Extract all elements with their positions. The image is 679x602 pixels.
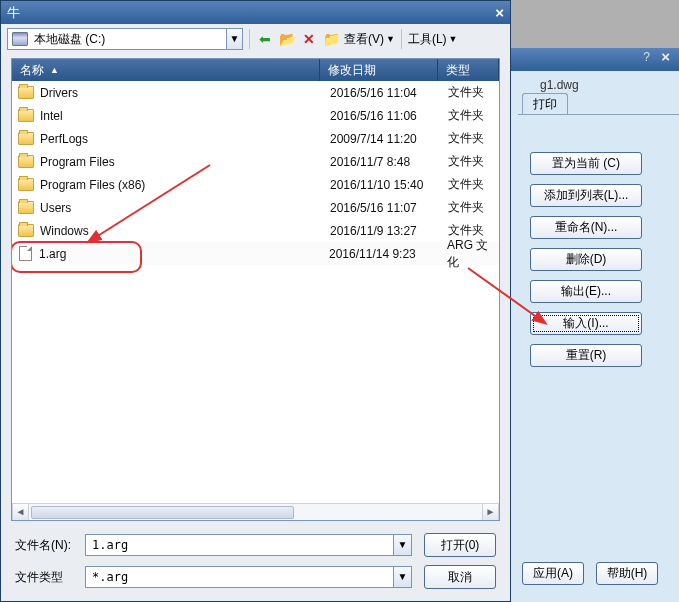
set-current-button[interactable]: 置为当前 (C) xyxy=(530,152,642,175)
row-date: 2016/5/16 11:07 xyxy=(322,201,440,215)
folder-icon xyxy=(18,86,34,99)
folder-icon xyxy=(18,109,34,122)
row-type: 文件夹 xyxy=(440,199,499,216)
folder-icon xyxy=(18,132,34,145)
row-date: 2016/5/16 11:06 xyxy=(322,109,440,123)
help-icon[interactable]: ? xyxy=(643,50,650,64)
horizontal-scrollbar[interactable]: ◄ ► xyxy=(12,503,499,520)
scroll-thumb[interactable] xyxy=(31,506,294,519)
dialog-titlebar: 牛 × xyxy=(1,1,510,24)
scroll-track[interactable] xyxy=(29,504,482,520)
tools-menu[interactable]: 工具(L)▼ xyxy=(408,31,458,48)
new-folder-icon[interactable]: 📁 xyxy=(322,30,340,48)
close-icon[interactable]: × xyxy=(661,48,670,65)
row-date: 2016/11/9 13:27 xyxy=(322,224,440,238)
scroll-right-icon[interactable]: ► xyxy=(482,504,499,521)
drive-icon xyxy=(12,32,28,46)
panel-file-label: g1.dwg xyxy=(540,78,579,92)
folder-icon xyxy=(18,155,34,168)
dialog-bottom: 文件名(N): ▼ 打开(0) 文件类型 ▼ 取消 xyxy=(1,525,510,601)
up-folder-icon[interactable]: 📂 xyxy=(278,30,296,48)
separator xyxy=(401,29,402,49)
rows-container: Drivers2016/5/16 11:04文件夹Intel2016/5/16 … xyxy=(12,81,499,503)
row-date: 2016/11/7 8:48 xyxy=(322,155,440,169)
row-name: Intel xyxy=(40,109,322,123)
row-date: 2016/5/16 11:04 xyxy=(322,86,440,100)
row-type: 文件夹 xyxy=(440,176,499,193)
file-icon xyxy=(19,246,32,261)
column-headers: 名称▲ 修改日期 类型 xyxy=(12,59,499,81)
row-name: 1.arg xyxy=(39,247,321,261)
row-date: 2009/7/14 11:20 xyxy=(322,132,440,146)
folder-icon xyxy=(18,224,34,237)
dialog-title: 牛 xyxy=(7,4,20,22)
table-row[interactable]: Intel2016/5/16 11:06文件夹 xyxy=(12,104,499,127)
column-date[interactable]: 修改日期 xyxy=(320,59,438,81)
row-name: Program Files xyxy=(40,155,322,169)
tab-print[interactable]: 打印 xyxy=(522,93,568,115)
drive-selector[interactable]: 本地磁盘 (C:) ▼ xyxy=(7,28,243,50)
row-type: 文件夹 xyxy=(440,107,499,124)
row-type: 文件夹 xyxy=(440,130,499,147)
chevron-down-icon[interactable]: ▼ xyxy=(226,29,242,49)
column-type[interactable]: 类型 xyxy=(438,59,499,81)
file-open-dialog: 牛 × 本地磁盘 (C:) ▼ ⬅ 📂 ✕ 📁 查看(V)▼ 工具(L)▼ 名称… xyxy=(0,0,511,602)
delete-x-icon[interactable]: ✕ xyxy=(300,30,318,48)
help-button[interactable]: 帮助(H) xyxy=(596,562,658,585)
chevron-down-icon[interactable]: ▼ xyxy=(393,567,411,587)
filetype-input[interactable] xyxy=(86,567,393,587)
delete-button[interactable]: 删除(D) xyxy=(530,248,642,271)
filename-input[interactable] xyxy=(86,535,393,555)
apply-button[interactable]: 应用(A) xyxy=(522,562,584,585)
cancel-button[interactable]: 取消 xyxy=(424,565,496,589)
table-row[interactable]: Program Files (x86)2016/11/10 15:40文件夹 xyxy=(12,173,499,196)
reset-button[interactable]: 重置(R) xyxy=(530,344,642,367)
rename-button[interactable]: 重命名(N)... xyxy=(530,216,642,239)
row-date: 2016/11/14 9:23 xyxy=(321,247,439,261)
table-row[interactable]: Drivers2016/5/16 11:04文件夹 xyxy=(12,81,499,104)
table-row[interactable]: PerfLogs2009/7/14 11:20文件夹 xyxy=(12,127,499,150)
view-menu[interactable]: 查看(V)▼ xyxy=(344,31,395,48)
row-name: Drivers xyxy=(40,86,322,100)
toolbar: 本地磁盘 (C:) ▼ ⬅ 📂 ✕ 📁 查看(V)▼ 工具(L)▼ xyxy=(1,24,510,54)
table-row[interactable]: Windows2016/11/9 13:27文件夹 xyxy=(12,219,499,242)
tab-line xyxy=(518,114,679,115)
row-name: Program Files (x86) xyxy=(40,178,322,192)
filetype-input-wrap: ▼ xyxy=(85,566,412,588)
row-date: 2016/11/10 15:40 xyxy=(322,178,440,192)
export-button[interactable]: 输出(E)... xyxy=(530,280,642,303)
row-name: Users xyxy=(40,201,322,215)
filetype-label: 文件类型 xyxy=(15,569,85,586)
import-button[interactable]: 输入(I)... xyxy=(530,312,642,335)
back-icon[interactable]: ⬅ xyxy=(256,30,274,48)
row-type: ARG 文化 xyxy=(439,237,499,271)
column-name[interactable]: 名称▲ xyxy=(12,59,320,81)
drive-label: 本地磁盘 (C:) xyxy=(32,31,226,48)
folder-icon xyxy=(18,178,34,191)
open-button[interactable]: 打开(0) xyxy=(424,533,496,557)
row-name: Windows xyxy=(40,224,322,238)
row-name: PerfLogs xyxy=(40,132,322,146)
row-type: 文件夹 xyxy=(440,84,499,101)
folder-icon xyxy=(18,201,34,214)
chevron-down-icon[interactable]: ▼ xyxy=(393,535,411,555)
filename-input-wrap: ▼ xyxy=(85,534,412,556)
separator xyxy=(249,29,250,49)
add-to-list-button[interactable]: 添加到列表(L)... xyxy=(530,184,642,207)
print-panel-titlebar: ? × xyxy=(510,48,679,71)
filename-label: 文件名(N): xyxy=(15,537,85,554)
row-type: 文件夹 xyxy=(440,153,499,170)
file-list: 名称▲ 修改日期 类型 Drivers2016/5/16 11:04文件夹Int… xyxy=(11,58,500,521)
table-row[interactable]: Users2016/5/16 11:07文件夹 xyxy=(12,196,499,219)
table-row[interactable]: 1.arg2016/11/14 9:23ARG 文化 xyxy=(12,242,499,265)
table-row[interactable]: Program Files2016/11/7 8:48文件夹 xyxy=(12,150,499,173)
scroll-left-icon[interactable]: ◄ xyxy=(12,504,29,521)
dialog-close-icon[interactable]: × xyxy=(495,4,504,21)
